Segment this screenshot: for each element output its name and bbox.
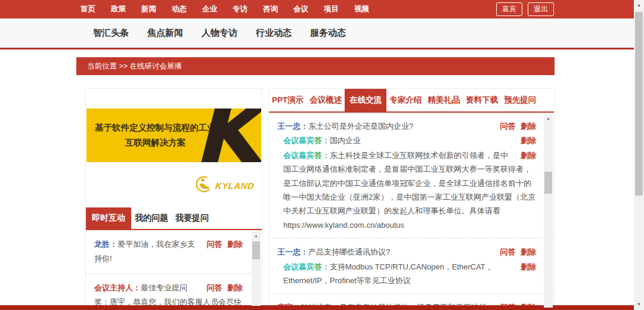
answer-author: 会议嘉宾	[283, 151, 314, 160]
secondary-nav-bar: 智汇头条 焦点新闻 人物专访 行业动态 服务动态	[0, 18, 634, 49]
subnav-headlines[interactable]: 智汇头条	[93, 27, 129, 39]
message-author: 龙胜：	[94, 240, 117, 249]
online-exchange-panel: PPT演示 会议概述 在线交流 专家介绍 精美礼品 资料下载 预先提问 ▲	[268, 88, 555, 308]
chat-message: 问答 删除 龙胜：爱平加油，我在家乡支持你!	[86, 230, 262, 274]
answer-actions: 删除	[518, 148, 536, 162]
tab-my-questions[interactable]: 我的问题	[131, 207, 172, 229]
question-row: 问答 删除 王一忠：产品支持哪些通讯协议?	[277, 245, 536, 259]
delete-link[interactable]: 删除	[521, 151, 536, 160]
webinar-left-panel: 基于软件定义控制与流程的工业 互联网解决方案 K	[85, 88, 262, 306]
delete-link[interactable]: 删除	[521, 122, 536, 131]
top-nav-consult[interactable]: 咨询	[263, 4, 278, 14]
message-author: 会议主持人：	[94, 283, 141, 292]
answer-row: 删除 会议嘉宾答：东土科技是全球工业互联网技术创新的引领者，是中国工业网络通信标…	[277, 148, 536, 232]
qa-link[interactable]: 问答	[500, 122, 515, 131]
chat-message: 问答 删除 会议主持人：最佳专业提问奖：唐宇，恭喜您，我们的客服人员会尽快与您联…	[86, 274, 262, 306]
right-panel-scrollbar[interactable]: ▲	[544, 114, 553, 308]
kyland-logo-icon	[194, 175, 213, 196]
question-author: 王一忠：	[277, 247, 308, 256]
banner-yellow-band: 基于软件定义控制与流程的工业 互联网解决方案 K	[86, 108, 261, 162]
qa-thread: 问答 删除 王一忠：东土公司是外企还是国内企业? 删除 会议嘉宾答：国内企业	[269, 113, 554, 238]
answer-text: 东土科技是全球工业互联网技术创新的引领者，是中国工业网络通信标准制定者，是首届中…	[283, 151, 535, 230]
answer-actions: 删除	[518, 260, 536, 274]
answer-word: 答：	[314, 262, 330, 271]
top-nav-news[interactable]: 新闻	[141, 4, 156, 14]
kyland-logo: KYLAND	[194, 175, 255, 196]
tab-downloads[interactable]: 资料下载	[463, 89, 501, 111]
main-content: 当前位置 >> 在线研讨会展播 基于软件定义控制与流程的工业 互联网解决方案 K	[76, 57, 555, 308]
qa-thread-list: ▲ 问答 删除 王一忠：东土公司是外企还是国内企业?	[269, 113, 554, 308]
left-tabs: 即时互动 我的问题 我要提问	[86, 207, 262, 230]
breadcrumb: 当前位置 >> 在线研讨会展播	[76, 57, 555, 75]
page: 首页 政策 新闻 动态 企业 专访 咨询 会议 项目 视频 嘉宾 退出 智汇头条…	[0, 0, 644, 310]
qa-link[interactable]: 问答	[206, 283, 222, 292]
question-actions: 问答 删除	[497, 245, 536, 259]
kyland-brand-text: KYLAND	[215, 181, 255, 191]
scroll-down-icon[interactable]: ▼	[634, 300, 644, 309]
delete-link[interactable]: 删除	[227, 240, 243, 249]
question-text: 东土公司是外企还是国内企业?	[308, 122, 413, 131]
answer-word: 答：	[314, 151, 330, 160]
answer-word: 答：	[314, 136, 330, 145]
tab-gifts[interactable]: 精美礼品	[425, 89, 463, 111]
answer-actions: 删除	[518, 134, 536, 147]
left-panel-scrollbar[interactable]: ▲	[252, 232, 261, 306]
scroll-up-icon[interactable]: ▲	[252, 232, 261, 240]
right-tabs: PPT演示 会议概述 在线交流 专家介绍 精美礼品 资料下载 预先提问	[269, 89, 554, 113]
tab-expert-intro[interactable]: 专家介绍	[386, 89, 425, 111]
subnav-service-trends[interactable]: 服务动态	[310, 27, 346, 39]
tab-pre-questions[interactable]: 预先提问	[501, 89, 539, 111]
browser-scrollbar[interactable]: ▲ ▼	[634, 0, 644, 310]
top-nav-meeting[interactable]: 会议	[293, 4, 308, 14]
message-actions: 问答 删除	[203, 237, 243, 252]
scroll-up-icon[interactable]: ▲	[544, 114, 553, 122]
top-nav-home[interactable]: 首页	[80, 4, 95, 14]
webinar-banner: 基于软件定义控制与流程的工业 互联网解决方案 K	[86, 89, 261, 200]
top-nav-interview[interactable]: 专访	[233, 4, 247, 14]
answer-row: 删除 会议嘉宾答：支持Modbus TCP/RTU,CANopen，EtherC…	[277, 260, 536, 288]
question-text: 产品支持哪些通讯协议?	[308, 247, 390, 256]
top-nav-policy[interactable]: 政策	[111, 4, 126, 14]
top-nav-enterprise[interactable]: 企业	[202, 4, 217, 14]
tab-meeting-overview[interactable]: 会议概述	[306, 89, 345, 111]
tab-live-interaction[interactable]: 即时互动	[86, 207, 131, 229]
answer-author: 会议嘉宾	[283, 136, 314, 145]
scrollbar-thumb[interactable]	[544, 172, 552, 194]
question-actions: 问答 删除	[497, 119, 536, 133]
guest-button[interactable]: 嘉宾	[496, 2, 522, 16]
message-actions: 问答 删除	[203, 281, 243, 295]
question-author: 王一忠：	[277, 122, 308, 131]
top-nav-bar: 首页 政策 新闻 动态 企业 专访 咨询 会议 项目 视频 嘉宾 退出	[0, 0, 634, 18]
content-columns: 基于软件定义控制与流程的工业 互联网解决方案 K	[76, 88, 555, 308]
subnav-focus-news[interactable]: 焦点新闻	[147, 27, 183, 39]
question-row: 问答 删除 王一忠：东土公司是外企还是国内企业?	[277, 119, 536, 133]
top-nav-project[interactable]: 项目	[324, 4, 339, 14]
delete-link[interactable]: 删除	[227, 283, 243, 292]
breadcrumb-text: 当前位置 >> 在线研讨会展播	[87, 61, 182, 72]
subnav-industry-trends[interactable]: 行业动态	[256, 27, 292, 39]
tab-online-exchange[interactable]: 在线交流	[345, 89, 386, 111]
answer-row: 删除 会议嘉宾答：国内企业	[277, 134, 536, 147]
top-nav-video[interactable]: 视频	[354, 4, 369, 14]
qa-link[interactable]: 问答	[206, 240, 222, 249]
left-message-list: ▲ 问答 删除 龙胜：爱平加油，我在家乡支持你! 问答 删除	[86, 230, 262, 306]
delete-link[interactable]: 删除	[521, 136, 536, 145]
logout-button[interactable]: 退出	[528, 2, 554, 16]
scrollbar-thumb[interactable]	[635, 12, 643, 196]
qa-thread: 问答 删除 王一忠：产品支持哪些通讯协议? 删除 会议嘉宾答：支持Modbus …	[269, 238, 554, 294]
top-nav-trends[interactable]: 动态	[172, 4, 187, 14]
tab-ask-question[interactable]: 我要提问	[172, 207, 212, 229]
answer-text: 国内企业	[330, 136, 361, 145]
banner-k-letter: K	[193, 108, 261, 162]
banner-title-line2: 互联网解决方案	[125, 138, 186, 147]
scrollbar-thumb[interactable]	[252, 241, 260, 259]
subnav-interviews[interactable]: 人物专访	[202, 27, 237, 39]
qa-link[interactable]: 问答	[500, 247, 515, 256]
delete-link[interactable]: 删除	[521, 247, 536, 256]
tab-ppt-demo[interactable]: PPT演示	[269, 89, 306, 111]
answer-author: 会议嘉宾	[283, 262, 314, 271]
top-bar-buttons: 嘉宾 退出	[496, 2, 554, 16]
delete-link[interactable]: 删除	[521, 262, 536, 271]
scroll-up-icon[interactable]: ▲	[634, 1, 644, 10]
bottom-red-bar	[0, 305, 634, 310]
